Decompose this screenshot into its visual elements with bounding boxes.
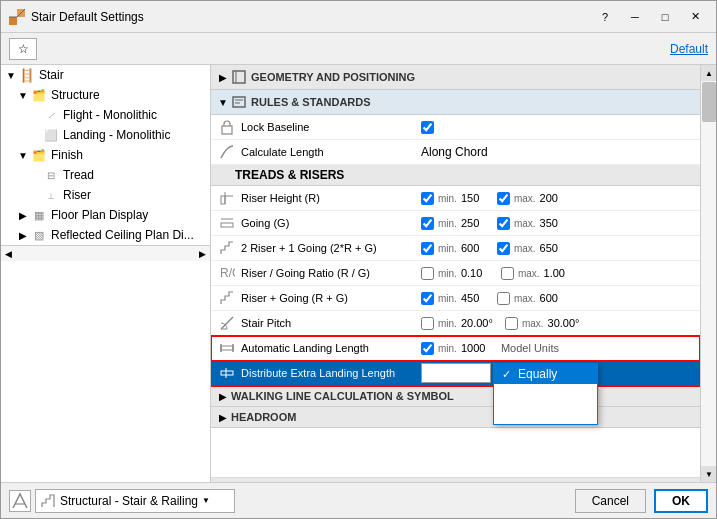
going-min-check[interactable] [421,217,434,230]
rules-section-label: RULES & STANDARDS [251,96,371,108]
help-button[interactable]: ? [592,7,618,27]
sidebar-item-landing-mono[interactable]: ▶ ⬜ Landing - Monolithic [1,125,210,145]
dropdown-option-label: Landing Start [518,387,589,401]
minimize-button[interactable]: ─ [622,7,648,27]
auto-landing-check[interactable] [421,342,434,355]
lock-baseline-checkbox[interactable] [421,121,434,134]
star-icon: ☆ [18,42,29,56]
content-area: ▼ 🪜 Stair ▼ 🗂️ Structure ▶ ⟋ Flight - Mo… [1,65,716,482]
dropdown-option-equally[interactable]: ✓ Equally [494,364,597,384]
two-riser-min-val: 600 [461,242,493,254]
tread-icon: ⊟ [43,167,59,183]
rules-section-icon [231,94,247,110]
pitch-min-check[interactable] [421,317,434,330]
scroll-up-button[interactable]: ▲ [701,65,716,81]
sidebar-item-label: Finish [51,148,83,162]
ratio-max-check[interactable] [501,267,514,280]
expand-rules-icon: ▼ [217,96,229,108]
cancel-button[interactable]: Cancel [575,489,646,513]
prop-riser-going-sum: Riser + Going (R + G) min. 450 max. 600 [211,286,700,311]
scroll-right-icon[interactable]: ▶ [199,249,206,259]
sum-icon [217,288,237,308]
structural-dropdown-arrow-icon: ▼ [202,496,210,505]
sum-max-check[interactable] [497,292,510,305]
sidebar-item-structure[interactable]: ▼ 🗂️ Structure [1,85,210,105]
stair-icon: 🪜 [19,67,35,83]
two-riser-max-check[interactable] [497,242,510,255]
default-link[interactable]: Default [670,42,708,56]
ratio-min-label: min. [438,268,457,279]
lock-baseline-controls [421,121,694,134]
window-controls: ? ─ □ ✕ [592,7,708,27]
section-walking-line[interactable]: ▶ WALKING LINE CALCULATION & SYMBOL [211,386,700,407]
ok-button[interactable]: OK [654,489,708,513]
sidebar-item-tread[interactable]: ▶ ⊟ Tread [1,165,210,185]
prop-two-riser: 2 Riser + 1 Going (2*R + G) min. 600 max… [211,236,700,261]
sidebar-item-stair[interactable]: ▼ 🪜 Stair [1,65,210,85]
close-button[interactable]: ✕ [682,7,708,27]
dropdown-option-landing-start[interactable]: Landing Start [494,384,597,404]
riser-icon: ⟂ [43,187,59,203]
sum-max-val: 600 [540,292,558,304]
sum-min-val: 450 [461,292,493,304]
ratio-max-val: 1.00 [544,267,565,279]
lock-baseline-name: Lock Baseline [241,121,421,133]
scroll-down-button[interactable]: ▼ [701,466,716,482]
distribute-dropdown-popup: ✓ Equally Landing Start Landing End [493,363,598,425]
structure-icon: 🗂️ [31,87,47,103]
favorites-button[interactable]: ☆ [9,38,37,60]
maximize-button[interactable]: □ [652,7,678,27]
sidebar-item-label: Flight - Monolithic [63,108,157,122]
scroll-left-icon[interactable]: ◀ [5,249,12,259]
geometry-section-label: GEOMETRY AND POSITIONING [251,71,415,83]
riser-height-max-check[interactable] [497,192,510,205]
scroll-thumb[interactable] [702,82,716,122]
lock-baseline-icon [217,117,237,137]
sidebar-item-finish[interactable]: ▼ 🗂️ Finish [1,145,210,165]
going-max-check[interactable] [497,217,510,230]
prop-riser-height: Riser Height (R) min. 150 max. 200 [211,186,700,211]
pitch-min-label: min. [438,318,457,329]
sidebar-item-floor-plan[interactable]: ▶ ▦ Floor Plan Display [1,205,210,225]
treads-risers-label: TREADS & RISERS [235,168,344,182]
landing-icon: ⬜ [43,127,59,143]
bottom-left: Structural - Stair & Railing ▼ [9,489,567,513]
dropdown-option-label: Landing End [518,407,585,421]
ratio-max-label: max. [518,268,540,279]
sum-controls: min. 450 max. 600 [421,292,694,305]
right-scrollbar: ▲ ▼ [700,65,716,482]
section-rules[interactable]: ▼ RULES & STANDARDS [211,90,700,115]
sidebar-item-label: Landing - Monolithic [63,128,170,142]
section-geometry[interactable]: ▶ GEOMETRY AND POSITIONING [211,65,700,90]
ratio-name: Riser / Going Ratio (R / G) [241,267,421,279]
structural-icon [9,490,31,512]
sidebar-item-reflected[interactable]: ▶ ▧ Reflected Ceiling Plan Di... [1,225,210,245]
subsection-treads-risers: TREADS & RISERS [211,165,700,186]
two-riser-min-check[interactable] [421,242,434,255]
prop-calc-length: Calculate Length Along Chord [211,140,700,165]
distribute-dropdown[interactable]: Equally ▶ [421,363,491,383]
riser-height-min-check[interactable] [421,192,434,205]
structural-type-dropdown[interactable]: Structural - Stair & Railing ▼ [35,489,235,513]
two-riser-max-label: max. [514,243,536,254]
distribute-icon [217,363,237,383]
sidebar-item-label: Floor Plan Display [51,208,148,222]
prop-going: Going (G) min. 250 max. 350 [211,211,700,236]
section-headroom[interactable]: ▶ HEADROOM [211,407,700,428]
sum-min-check[interactable] [421,292,434,305]
riser-height-min-label: min. [438,193,457,204]
distribute-controls: Equally ▶ ✓ Equally [421,363,694,383]
section-classification[interactable]: ▶ CLASSIFICATION AND PROPERTIES [211,478,700,482]
sidebar-item-flight-mono[interactable]: ▶ ⟋ Flight - Monolithic [1,105,210,125]
expand-arrow-stair: ▼ [5,69,17,81]
dropdown-option-landing-end[interactable]: Landing End [494,404,597,424]
calc-length-value: Along Chord [421,145,694,159]
tree-scroll-bottom: ◀ ▶ [1,245,210,261]
riser-height-icon [217,188,237,208]
sidebar-item-label: Reflected Ceiling Plan Di... [51,228,194,242]
going-name: Going (G) [241,217,421,229]
sidebar-item-riser[interactable]: ▶ ⟂ Riser [1,185,210,205]
calc-length-text: Along Chord [421,145,488,159]
pitch-max-check[interactable] [505,317,518,330]
ratio-min-check[interactable] [421,267,434,280]
